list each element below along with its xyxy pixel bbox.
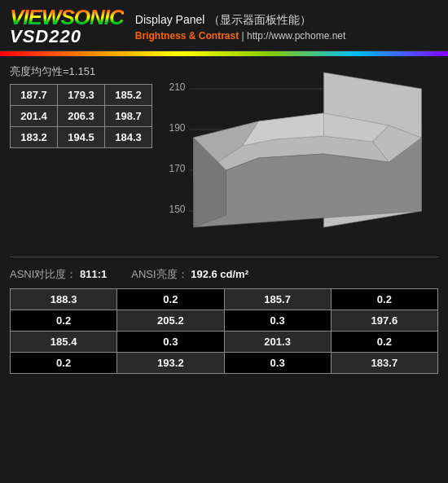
ansi-contrast-value: 811:1 [80,268,107,280]
ansi-brightness-stat: ANSI亮度： 192.6 cd/m² [131,267,248,282]
divider [10,257,438,257]
checker-cell: 197.6 [331,310,437,332]
svg-text:170: 170 [169,163,186,174]
subtitle-url: http://www.pchome.net [247,30,345,42]
checker-cell: 0.3 [117,332,224,353]
header-title: Display Panel （显示器面板性能） [135,11,346,28]
brightness-cell: 198.7 [105,106,152,127]
checker-cell: 205.2 [117,310,224,332]
checker-table: 188.30.2185.70.20.2205.20.3197.6185.40.3… [10,288,438,374]
ansi-brightness-label: ANSI亮度： [131,268,187,280]
checker-cell: 185.7 [224,289,331,310]
stats-row: ASNI对比度： 811:1 ANSI亮度： 192.6 cd/m² [10,267,438,282]
svg-text:210: 210 [169,81,186,93]
brand-viewsonic: VIEWSONIC [10,7,124,28]
checker-cell: 188.3 [11,289,117,310]
header-subtitle: Brightness & Contrast | http://www.pchom… [135,30,346,42]
logo-block: VIEWSONIC VSD220 [10,7,124,46]
chart-3d-svg: 210 190 170 150 [160,64,438,244]
ansi-contrast-stat: ASNI对比度： 811:1 [10,267,107,282]
header-title-en: Display Panel [135,13,205,26]
checker-cell: 0.2 [331,289,437,310]
checker-cell: 193.2 [117,353,224,374]
brightness-table: 187.7179.3185.2201.4206.3198.7183.2194.5… [10,84,152,148]
checker-cell: 183.7 [331,353,437,374]
checker-cell: 185.4 [11,332,117,353]
left-panel: 亮度均匀性=1.151 187.7179.3185.2201.4206.3198… [10,64,152,244]
svg-text:190: 190 [169,122,186,134]
brightness-cell: 184.3 [105,127,152,148]
ansi-brightness-value: 192.6 cd/m² [191,268,248,280]
chart-3d-panel: 210 190 170 150 [160,64,438,244]
checker-cell: 0.3 [224,310,331,332]
brightness-cell: 183.2 [11,127,58,148]
brightness-cell: 201.4 [11,106,58,127]
brightness-cell: 185.2 [105,85,152,106]
brightness-cell: 187.7 [11,85,58,106]
header: VIEWSONIC VSD220 Display Panel （显示器面板性能）… [0,0,448,51]
brightness-cell: 206.3 [58,106,105,127]
bottom-section: ASNI对比度： 811:1 ANSI亮度： 192.6 cd/m² 188.3… [0,262,448,379]
svg-text:150: 150 [169,204,186,215]
uniformity-label: 亮度均匀性=1.151 [10,64,152,79]
checker-cell: 0.2 [11,310,117,332]
main-content: 亮度均匀性=1.151 187.7179.3185.2201.4206.3198… [0,56,448,252]
subtitle-label: Brightness & Contrast [135,30,239,42]
checker-cell: 0.2 [11,353,117,374]
checker-cell: 0.2 [117,289,224,310]
brightness-cell: 194.5 [58,127,105,148]
header-title-cn: （显示器面板性能） [209,13,311,26]
checker-cell: 0.3 [224,353,331,374]
ansi-contrast-label: ASNI对比度： [10,268,77,280]
header-right: Display Panel （显示器面板性能） Brightness & Con… [135,11,346,42]
checker-cell: 201.3 [224,332,331,353]
brand-model: VSD220 [10,28,124,46]
brightness-cell: 179.3 [58,85,105,106]
checker-cell: 0.2 [331,332,437,353]
